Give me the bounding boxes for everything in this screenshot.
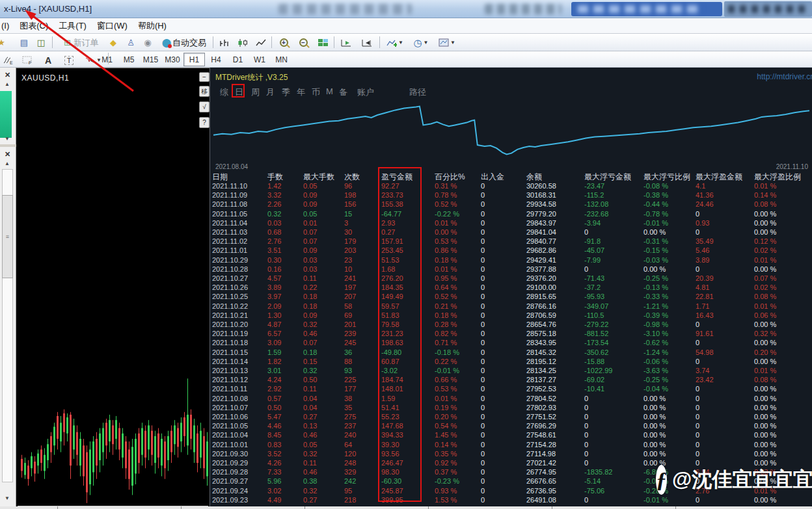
ea-help-button[interactable]: ? — [199, 117, 210, 128]
table-row[interactable]: 2021.10.141.820.158860.870.22 %028195.12… — [210, 358, 812, 367]
panel-link[interactable]: http://mtdriver.cn — [757, 72, 812, 81]
table-row[interactable]: 2021.11.022.760.07179157.910.53 %029840.… — [210, 237, 812, 247]
templates-button[interactable]: ▼ — [435, 36, 459, 49]
table-row[interactable]: 2021.10.070.500.043551.410.19 %027802.93… — [210, 404, 812, 413]
expert-advisors-icon[interactable]: ◆ — [106, 36, 120, 49]
market-watch-icon[interactable]: ▤ — [17, 36, 31, 49]
menu-item-3[interactable]: 窗口(W) — [96, 18, 137, 34]
bar-chart-type-icon[interactable] — [217, 36, 232, 49]
table-row[interactable]: 2021.09.287.330.4632998.300.37 %026774.9… — [210, 468, 812, 478]
favorites-star-icon[interactable]: ★ — [0, 36, 7, 49]
table-row[interactable]: 2021.10.080.570.04381.590.01 %027804.520… — [210, 395, 812, 404]
periods-button[interactable]: ◷ ▼ — [409, 36, 433, 49]
panel-tab-4[interactable]: 月 — [266, 86, 275, 98]
auto-trade-button[interactable]: ⬤ 自动交易 — [157, 36, 210, 49]
timeframe-h1[interactable]: H1 — [183, 53, 205, 66]
candlestick-chart-type-icon[interactable] — [235, 36, 250, 49]
data-window-icon[interactable]: ◫ — [34, 36, 48, 49]
table-row[interactable]: 2021.09.294.260.11248246.470.92 %027021.… — [210, 459, 812, 469]
table-row[interactable]: 2021.11.040.030.0132.930.01 %029843.97-3… — [210, 219, 812, 229]
new-order-button[interactable]: ⊞ 新订单 — [56, 36, 104, 49]
table-row[interactable]: 2021.09.275.960.38242-60.30-0.23 %026676… — [210, 477, 812, 487]
scrollbar-thumb[interactable]: ≡ — [2, 195, 13, 278]
chart-shift-icon[interactable] — [359, 36, 375, 49]
indicators-button[interactable]: ▼ — [383, 36, 407, 49]
panel-tab-1[interactable]: 综 — [220, 86, 228, 98]
panel-tab-9[interactable]: 备 — [339, 86, 347, 98]
table-row[interactable]: 2021.11.093.320.09198233.730.78 %030168.… — [210, 191, 812, 201]
auto-scroll-icon[interactable] — [338, 36, 355, 49]
table-row[interactable]: 2021.10.211.300.096951.830.18 %028706.59… — [210, 311, 812, 321]
table-row[interactable]: 2021.10.065.470.2727555.230.20 %027751.5… — [210, 413, 812, 423]
table-row[interactable]: 2021.10.048.450.46240394.331.45 %027548.… — [210, 431, 812, 441]
timeframe-m15[interactable]: M15 — [140, 53, 161, 66]
table-row[interactable]: 2021.10.183.090.07245198.630.71 %028343.… — [210, 339, 812, 348]
close-icon[interactable]: ✕ — [5, 150, 10, 159]
panel-tab-7[interactable]: 币 — [312, 86, 320, 98]
text-label-tool-icon[interactable]: T — [61, 53, 77, 67]
cursor-tool-icon[interactable]: E — [0, 53, 16, 67]
menu-item-1[interactable]: 图表(C) — [18, 18, 57, 34]
menu-item-4[interactable]: 帮助(H) — [137, 18, 176, 34]
timeframe-m1[interactable]: M1 — [96, 53, 118, 66]
scroll-up-icon[interactable]: ▲ — [5, 161, 10, 166]
ea-move-button[interactable]: 移 — [199, 86, 210, 97]
table-cell: 10 — [344, 265, 352, 273]
table-row[interactable]: 2021.10.133.010.3293-3.02-0.01 %028134.2… — [210, 367, 812, 376]
menu-item-2[interactable]: 工具(T) — [57, 18, 96, 34]
panel-tab-8[interactable]: M — [326, 86, 333, 96]
table-row[interactable]: 2021.10.290.300.032351.530.18 %029429.41… — [210, 256, 812, 266]
signals-icon[interactable]: ◉ — [141, 36, 155, 49]
table-row[interactable]: 2021.10.274.570.11241276.200.95 %029376.… — [210, 274, 812, 284]
table-row[interactable]: 2021.11.082.260.09156155.380.52 %029934.… — [210, 200, 812, 210]
line-chart-type-icon[interactable] — [253, 36, 269, 49]
table-row[interactable]: 2021.09.303.520.3212093.560.35 %027114.9… — [210, 450, 812, 460]
table-cell: 0.00 % — [754, 228, 776, 236]
table-row[interactable]: 2021.11.013.510.09203253.450.86 %029682.… — [210, 246, 812, 256]
table-row[interactable]: 2021.10.124.240.50225184.740.66 %028137.… — [210, 376, 812, 385]
table-row[interactable]: 2021.10.263.890.22197184.350.64 %029100.… — [210, 283, 812, 293]
scroll-down-icon[interactable]: ▼ — [5, 495, 10, 501]
table-cell: 0.32 — [303, 450, 317, 458]
crosshair-tool-icon[interactable]: F — [20, 53, 35, 67]
table-row[interactable]: 2021.11.030.680.07300.270.00 %029841.040… — [210, 228, 812, 238]
menu-item-0[interactable]: (I) — [0, 19, 18, 33]
panel-tab-5[interactable]: 季 — [282, 86, 290, 98]
table-row[interactable]: 2021.11.050.320.0515-64.77-0.22 %029779.… — [210, 210, 812, 220]
table-row[interactable]: 2021.09.234.490.27218399.951.53 %026491.… — [210, 496, 812, 506]
panel-tab-6[interactable]: 年 — [297, 86, 305, 98]
timeframe-m30[interactable]: M30 — [162, 53, 183, 66]
table-row[interactable]: 2021.10.222.090.185859.570.21 %028766.16… — [210, 302, 812, 312]
timeframe-m5[interactable]: M5 — [118, 53, 140, 66]
panel-minimize-button[interactable]: − — [199, 72, 210, 82]
panel-tab-10[interactable]: 账户 — [357, 86, 374, 98]
table-cell: 27802.93 — [526, 404, 556, 411]
close-icon[interactable]: ✕ — [5, 71, 10, 79]
zoom-out-icon[interactable]: − — [295, 36, 312, 49]
tile-windows-icon[interactable] — [314, 36, 331, 49]
table-row[interactable]: 2021.11.101.420.059692.270.31 %030260.58… — [210, 182, 812, 192]
table-row[interactable]: 2021.09.243.020.3295245.870.93 %026736.9… — [210, 487, 812, 497]
trade-assistant-icon[interactable]: ♙ — [124, 36, 138, 49]
scroll-up-icon[interactable]: ▲ — [5, 81, 10, 87]
ea-confirm-button[interactable]: √ — [199, 101, 210, 112]
table-cell: 0 — [696, 496, 699, 504]
text-tool-icon[interactable]: A — [40, 53, 56, 67]
table-row[interactable]: 2021.10.112.920.11177148.010.53 %027952.… — [210, 385, 812, 395]
table-cell: 3.52 — [267, 450, 281, 458]
timeframe-mn[interactable]: MN — [271, 53, 292, 66]
table-row[interactable]: 2021.10.151.590.1836-49.80-0.18 %028145.… — [210, 348, 812, 358]
scroll-down-icon[interactable]: ▼ — [5, 136, 10, 142]
table-row[interactable]: 2021.10.010.830.056439.300.14 %027154.28… — [210, 441, 812, 450]
timeframe-h4[interactable]: H4 — [206, 53, 227, 66]
table-row[interactable]: 2021.10.204.870.3220179.580.28 %028654.7… — [210, 320, 812, 330]
timeframe-w1[interactable]: W1 — [249, 53, 271, 66]
panel-tab-3[interactable]: 周 — [251, 86, 260, 98]
table-row[interactable]: 2021.10.054.460.13237147.680.54 %027696.… — [210, 422, 812, 432]
timeframe-d1[interactable]: D1 — [227, 53, 249, 66]
table-row[interactable]: 2021.10.196.570.46239231.230.82 %028575.… — [210, 330, 812, 339]
table-row[interactable]: 2021.10.280.160.03101.680.01 %029377.880… — [210, 265, 812, 275]
zoom-in-icon[interactable]: + — [275, 36, 292, 49]
panel-tab-11[interactable]: 路径 — [409, 86, 426, 98]
table-row[interactable]: 2021.10.253.970.18207149.490.52 %028915.… — [210, 293, 812, 302]
